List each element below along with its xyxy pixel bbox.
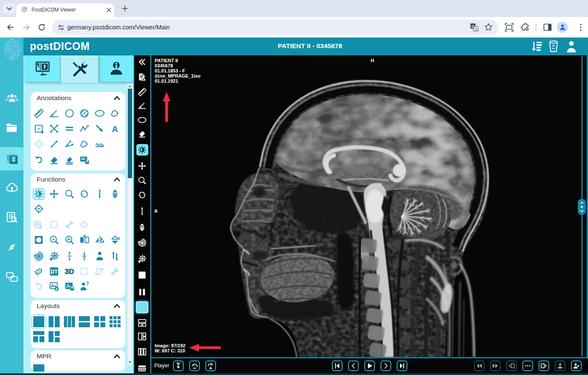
svg-text:?: ?	[86, 281, 89, 287]
svg-text:文: 文	[474, 27, 478, 31]
svg-text:3D: 3D	[65, 267, 74, 276]
svg-text:DT: DT	[51, 269, 58, 275]
svg-text:A: A	[112, 124, 118, 134]
